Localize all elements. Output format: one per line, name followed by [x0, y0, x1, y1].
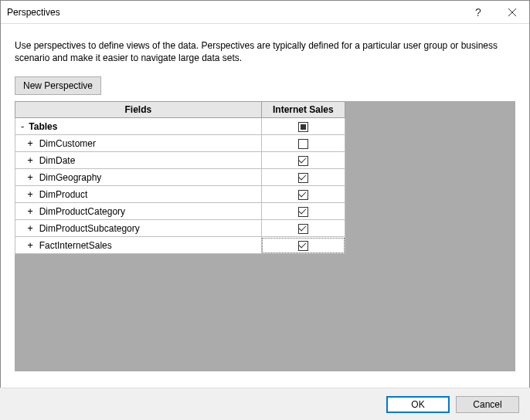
field-label: DimProductSubcategory	[39, 223, 140, 234]
expand-icon[interactable]: +	[26, 172, 34, 183]
field-cell[interactable]: + FactInternetSales	[15, 237, 262, 254]
checkbox-cell[interactable]	[261, 152, 345, 169]
field-label: DimProduct	[39, 189, 88, 200]
table-row: + DimProductCategory	[15, 203, 345, 220]
checkbox-cell[interactable]	[261, 186, 345, 203]
expand-icon[interactable]: +	[26, 223, 34, 234]
close-button[interactable]	[495, 1, 529, 24]
field-cell[interactable]: + DimProduct	[15, 186, 262, 203]
new-perspective-button[interactable]: New Perspective	[15, 76, 101, 95]
tables-label: Tables	[29, 121, 57, 132]
window-title: Perspectives	[7, 7, 461, 18]
table-row: + DimDate	[15, 152, 345, 169]
checkbox[interactable]	[298, 190, 308, 200]
checkbox-cell[interactable]	[261, 237, 345, 254]
checkbox-cell[interactable]	[261, 135, 345, 152]
table-row: + DimGeography	[15, 169, 345, 186]
dialog-footer: OK Cancel	[0, 388, 530, 420]
expand-icon[interactable]: +	[26, 155, 34, 166]
checkbox[interactable]	[298, 139, 308, 149]
field-cell-tables[interactable]: - Tables	[15, 118, 262, 135]
checkbox-cell[interactable]	[261, 220, 345, 237]
field-label: DimCustomer	[39, 138, 96, 149]
table-row: + DimProductSubcategory	[15, 220, 345, 237]
field-label: DimDate	[39, 155, 76, 166]
field-cell[interactable]: + DimCustomer	[15, 135, 262, 152]
table-row: + FactInternetSales	[15, 237, 345, 254]
header-perspective[interactable]: Internet Sales	[261, 102, 345, 118]
checkbox-cell-tables[interactable]	[261, 118, 345, 135]
cancel-button[interactable]: Cancel	[456, 396, 519, 413]
expand-icon[interactable]: +	[26, 240, 34, 251]
field-cell[interactable]: + DimProductCategory	[15, 203, 262, 220]
table-row: - Tables	[15, 118, 345, 135]
expand-icon[interactable]: +	[26, 189, 34, 200]
checkbox[interactable]	[298, 173, 308, 183]
description-text: Use perspectives to define views of the …	[15, 39, 515, 64]
collapse-icon[interactable]: -	[19, 121, 26, 132]
field-label: DimGeography	[39, 172, 102, 183]
expand-icon[interactable]: +	[26, 138, 34, 149]
perspective-grid: Fields Internet Sales - Tables+ DimCusto…	[15, 101, 345, 254]
field-label: DimProductCategory	[39, 206, 125, 217]
checkbox[interactable]	[298, 207, 308, 217]
expand-icon[interactable]: +	[26, 206, 34, 217]
field-cell[interactable]: + DimGeography	[15, 169, 262, 186]
dialog-content: Use perspectives to define views of the …	[1, 24, 529, 371]
checkbox[interactable]	[298, 241, 308, 251]
checkbox-cell[interactable]	[261, 169, 345, 186]
grid-area: Fields Internet Sales - Tables+ DimCusto…	[15, 101, 515, 371]
field-label: FactInternetSales	[39, 240, 112, 251]
field-cell[interactable]: + DimProductSubcategory	[15, 220, 262, 237]
checkbox-indeterminate[interactable]	[298, 122, 308, 132]
close-icon	[508, 8, 516, 16]
table-row: + DimCustomer	[15, 135, 345, 152]
field-cell[interactable]: + DimDate	[15, 152, 262, 169]
help-button[interactable]: ?	[461, 1, 495, 24]
checkbox[interactable]	[298, 224, 308, 234]
titlebar: Perspectives ?	[1, 1, 529, 24]
table-row: + DimProduct	[15, 186, 345, 203]
ok-button[interactable]: OK	[386, 396, 450, 413]
header-fields: Fields	[15, 102, 262, 118]
checkbox[interactable]	[298, 156, 308, 166]
checkbox-cell[interactable]	[261, 203, 345, 220]
